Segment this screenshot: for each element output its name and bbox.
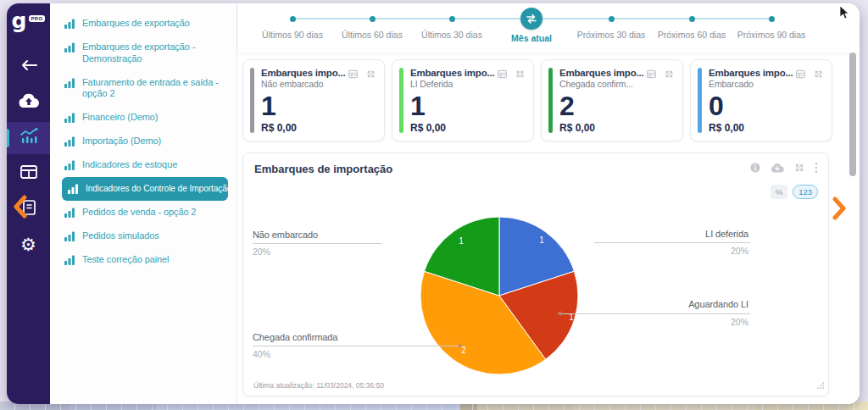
sidebar-item-teste-correcao[interactable]: Teste correção painel [62, 248, 228, 272]
timeline-stop-mes-atual[interactable]: Mês atual [492, 3, 571, 43]
rail-item-analytics[interactable] [7, 122, 50, 154]
pie-pct-aguardando-li: 20% [731, 317, 748, 327]
timeline-label: Últimos 90 dias [253, 30, 332, 40]
pie-pct-chegada-confirmada: 40% [253, 349, 270, 359]
callout-line [253, 346, 459, 346]
timeline-stop-proximos-60[interactable]: Próximos 60 dias [652, 3, 732, 40]
bar-chart-icon [67, 183, 79, 195]
sidebar-item-financeiro[interactable]: Financeiro (Demo) [62, 106, 228, 130]
bar-chart-icon [64, 136, 75, 147]
app-window: g PRO [7, 3, 860, 404]
kpi-amount: R$ 0,00 [410, 122, 446, 134]
panel-expand-chevron[interactable] [830, 195, 849, 225]
toggle-numeric-button[interactable]: 123 [793, 185, 818, 199]
timeline-stop-ultimos-60[interactable]: Últimos 60 dias [332, 3, 412, 40]
timeline-dot [290, 16, 296, 22]
kpi-subtitle: LI Deferida [410, 79, 499, 89]
table-view-icon[interactable] [795, 69, 806, 80]
bar-chart-icon [64, 77, 75, 89]
callout-line [253, 243, 382, 244]
sidebar-item-embarques-exportacao[interactable]: Embarques de exportação [62, 12, 228, 36]
sidebar-item-importacao[interactable]: Importação (Demo) [62, 130, 228, 153]
timeline-dot [609, 16, 615, 22]
kpi-card-embarcado: Embarques impo... Embarcado 0 R$ 0,00 [690, 59, 832, 141]
kpi-accent-bar [399, 68, 403, 133]
kpi-title: Embarques impo... [559, 68, 644, 78]
timeline-dot [689, 16, 695, 22]
sidebar-item-pedidos-simulados[interactable]: Pedidos simulados [62, 224, 228, 248]
expand-icon[interactable] [793, 162, 805, 174]
kpi-title: Embarques impo... [709, 68, 793, 78]
kpi-amount: R$ 0,00 [559, 122, 595, 134]
download-icon[interactable] [771, 163, 784, 174]
rail-item-tables[interactable] [7, 158, 50, 190]
back-button[interactable] [7, 51, 50, 83]
resize-handle[interactable] [816, 378, 825, 393]
kpi-title: Embarques impo... [261, 68, 346, 78]
sidebar-item-embarques-exportacao-demo[interactable]: Embarques de exportação - Demonstração [62, 36, 228, 71]
expand-icon[interactable] [365, 69, 376, 80]
bar-chart-icon [64, 112, 75, 124]
toggle-percent-button[interactable]: % [771, 185, 787, 199]
timeline-dot [769, 16, 775, 22]
table-view-icon[interactable] [646, 69, 657, 80]
kpi-accent-bar [250, 68, 254, 133]
callout-line [560, 313, 750, 314]
pie-pct-nao-embarcado: 20% [253, 247, 270, 257]
timeline-label: Últimos 30 dias [412, 30, 492, 40]
info-icon[interactable] [749, 162, 761, 174]
kpi-accent-bar [698, 68, 702, 133]
table-view-icon[interactable] [348, 69, 359, 80]
app-logo[interactable]: g PRO [12, 10, 46, 32]
table-grid-icon [19, 164, 38, 183]
pie-label-nao-embarcado: Não embarcado [253, 230, 318, 240]
expand-icon[interactable] [664, 69, 675, 80]
sidebar-item-faturamento[interactable]: Faturamento de entrada e saída - opção 2 [62, 71, 228, 107]
timeline-label: Mês atual [492, 33, 571, 43]
pie-label-aguardando-li: Aguardando LI [688, 299, 748, 309]
expand-icon[interactable] [515, 69, 526, 80]
embarques-importacao-chart-card: Embarques de importação % 123 1 1 2 1 [242, 152, 829, 396]
back-arrow-icon [19, 58, 38, 75]
sidebar-item-label: Teste correção painel [82, 254, 169, 266]
kpi-card-li-deferida: Embarques impo... LI Deferida 1 R$ 0,00 [392, 59, 534, 141]
main-content: Últimos 90 dias Últimos 60 dias Últimos … [237, 3, 860, 404]
sidebar-item-pedidos-venda[interactable]: Pedidos de venda - opção 2 [62, 201, 228, 224]
unit-toggle: % 123 [771, 185, 818, 199]
pie-label-chegada-confirmada: Chegada confirmada [253, 332, 337, 342]
vertical-scrollbar[interactable] [849, 53, 856, 176]
timeline-stop-ultimos-90[interactable]: Últimos 90 dias [253, 3, 332, 40]
analytics-chart-icon [19, 127, 39, 149]
pie-label-li-deferida: LI deferida [705, 229, 748, 239]
kpi-value: 0 [709, 92, 825, 119]
callout-arrow [459, 343, 463, 348]
kpi-value: 1 [410, 92, 526, 119]
kebab-menu-icon[interactable] [815, 162, 818, 174]
expand-icon[interactable] [813, 69, 824, 80]
pro-badge: PRO [29, 15, 46, 22]
rail-item-settings[interactable]: ⚙ [7, 229, 50, 261]
sidebar-item-indicadores-estoque[interactable]: Indicadores de estoque [62, 153, 228, 177]
table-view-icon[interactable] [497, 69, 508, 80]
sidebar-item-label: Embarques de exportação - Demonstração [82, 42, 226, 65]
kpi-subtitle: Chegada confirm... [559, 79, 648, 89]
pie-pct-li-deferida: 20% [731, 246, 748, 256]
kpi-amount: R$ 0,00 [261, 122, 297, 134]
cloud-upload-icon [18, 92, 40, 113]
slice-value-label: 1 [539, 235, 544, 245]
kpi-card-chegada-confirmada: Embarques impo... Chegada confirm... 2 R… [541, 59, 683, 141]
rail-item-upload[interactable] [7, 86, 50, 119]
timeline-label: Próximos 60 dias [652, 30, 732, 40]
slice-value-label: 1 [459, 236, 464, 246]
sidebar-collapse-chevron[interactable] [10, 193, 31, 224]
sidebar-item-label: Financeiro (Demo) [82, 112, 158, 124]
sidebar-item-indicadores-controle-importacao[interactable]: Indicadores do Controle de Importação [62, 177, 228, 201]
pie-chart: 1 1 2 1 [419, 215, 580, 376]
sidebar-item-label: Indicadores de estoque [82, 159, 177, 171]
timeline-stop-proximos-30[interactable]: Próximos 30 dias [571, 3, 651, 40]
sidebar-item-label: Indicadores do Controle de Importação [86, 184, 231, 195]
bar-chart-icon [64, 207, 75, 219]
timeline-stop-ultimos-30[interactable]: Últimos 30 dias [412, 3, 492, 40]
timeline-stop-proximos-90[interactable]: Próximos 90 dias [732, 3, 811, 40]
logo-letter: g [12, 10, 27, 32]
